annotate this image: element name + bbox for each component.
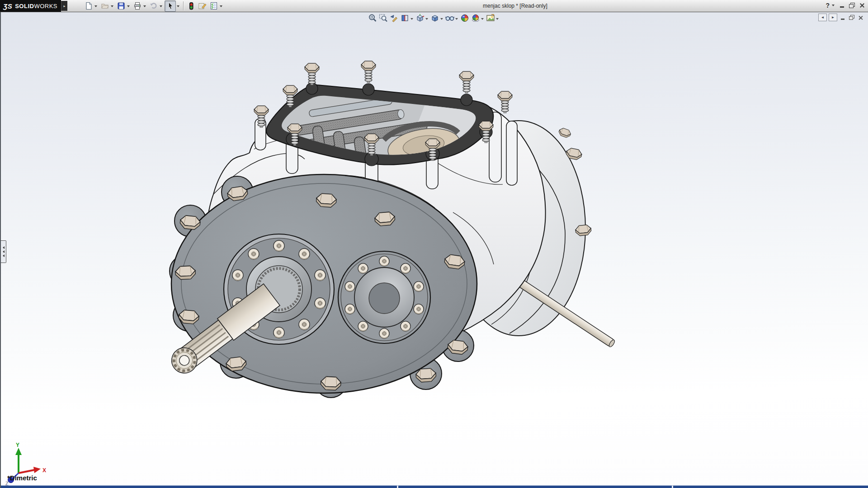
save-floppy-icon	[117, 2, 125, 10]
save-dropdown[interactable]	[127, 5, 130, 9]
help-button[interactable]: ?	[825, 2, 830, 9]
display-style-dropdown[interactable]	[440, 18, 443, 21]
close-icon	[859, 3, 864, 8]
select-tool-button[interactable]	[165, 0, 176, 12]
section-view-dropdown[interactable]	[410, 18, 413, 21]
triad-x-label: X	[42, 467, 46, 474]
previous-view-icon	[390, 14, 399, 23]
pane-expand-right-button[interactable]: ►	[829, 14, 837, 21]
zoom-to-area-button[interactable]	[378, 13, 389, 23]
minimize-button[interactable]	[838, 1, 846, 9]
checklist-dropdown[interactable]	[220, 5, 222, 9]
headsup-view-toolbar	[367, 13, 500, 23]
print-button[interactable]	[132, 1, 142, 11]
undo-button[interactable]	[148, 1, 159, 11]
document-close-button[interactable]	[857, 14, 864, 21]
display-style-cube-icon	[430, 14, 439, 23]
gearbox-3d-model[interactable]	[1, 12, 868, 488]
picture-frame-icon	[486, 14, 495, 23]
zoom-to-fit-icon	[368, 14, 377, 23]
save-button[interactable]	[116, 1, 126, 11]
open-folder-icon	[101, 2, 109, 10]
stoplight-button[interactable]	[186, 1, 196, 11]
solidworks-logo-text-light: WORKS	[34, 3, 57, 9]
select-dropdown[interactable]	[177, 5, 179, 9]
toolbar-expand-tab[interactable]: ▸	[61, 1, 67, 11]
status-bar	[1, 485, 868, 488]
undo-dropdown[interactable]	[160, 5, 162, 9]
hide-show-items-button[interactable]	[444, 13, 455, 23]
view-orientation-label: *Dimetric	[7, 474, 37, 482]
zoom-to-fit-button[interactable]	[367, 13, 378, 23]
hide-show-items-dropdown[interactable]	[455, 18, 458, 21]
view-settings-button[interactable]	[485, 13, 496, 23]
solidworks-window: ƷS SOLIDWORKS ▸	[0, 0, 868, 488]
triad-y-label: Y	[16, 442, 19, 448]
view-orientation-button[interactable]	[415, 13, 425, 23]
housing-bolt[interactable]	[558, 127, 572, 138]
graphics-area[interactable]: ◄ ► Y X Z *Dimetri	[0, 12, 868, 488]
document-restore-button[interactable]	[848, 14, 855, 21]
section-view-button[interactable]	[400, 13, 410, 23]
checklist-button[interactable]	[208, 1, 219, 11]
help-dropdown[interactable]	[832, 5, 835, 8]
solidworks-logo-mark: ƷS	[3, 2, 12, 10]
print-dropdown[interactable]	[143, 5, 146, 9]
view-settings-dropdown[interactable]	[496, 18, 499, 21]
status-separator	[672, 486, 673, 488]
eyeglasses-icon	[445, 14, 455, 23]
collapse-arrow-icon	[1, 254, 5, 257]
zoom-to-area-icon	[379, 14, 388, 23]
section-view-icon	[401, 14, 410, 23]
window-controls: ?	[825, 1, 866, 9]
annotation-pencil-icon	[198, 2, 207, 10]
document-window-controls: ◄ ►	[818, 14, 864, 21]
view-orientation-cube-icon	[415, 14, 425, 23]
new-document-icon	[85, 2, 93, 10]
secondary-bearing-cover[interactable]	[338, 251, 430, 343]
open-dropdown[interactable]	[111, 5, 113, 9]
title-bar: ƷS SOLIDWORKS ▸	[0, 0, 868, 12]
minimize-icon	[840, 6, 844, 8]
close-button[interactable]	[858, 1, 866, 9]
solidworks-logo-text-bold: SOLID	[15, 3, 34, 9]
toolbar-separator	[183, 1, 184, 10]
status-separator	[397, 486, 398, 488]
scene-ball-icon	[471, 14, 480, 23]
previous-view-button[interactable]	[389, 13, 400, 23]
new-document-button[interactable]	[83, 1, 94, 11]
checklist-icon	[210, 2, 218, 10]
solidworks-logo: ƷS SOLIDWORKS	[0, 0, 61, 12]
window-title: menjac sklop * [Read-only]	[483, 3, 547, 9]
color-ball-icon	[460, 14, 469, 23]
annotation-button[interactable]	[197, 1, 208, 11]
new-dropdown[interactable]	[94, 5, 97, 9]
view-orientation-dropdown[interactable]	[425, 18, 428, 21]
collapse-arrow-icon	[1, 250, 5, 253]
restore-button[interactable]	[848, 1, 856, 9]
feature-manager-collapsed-tab[interactable]	[1, 240, 6, 263]
apply-scene-dropdown[interactable]	[481, 18, 484, 21]
apply-scene-button[interactable]	[470, 13, 481, 23]
pane-collapse-left-button[interactable]: ◄	[818, 14, 827, 21]
edit-appearance-button[interactable]	[459, 13, 470, 23]
document-minimize-button[interactable]	[839, 14, 846, 21]
stoplight-icon	[187, 2, 195, 10]
restore-icon	[849, 16, 853, 20]
undo-arrow-icon	[149, 2, 158, 10]
main-toolbar	[83, 0, 224, 12]
close-icon	[859, 15, 863, 20]
display-style-button[interactable]	[429, 13, 440, 23]
collapse-arrow-icon	[1, 246, 5, 249]
restore-icon	[849, 4, 854, 8]
minimize-icon	[841, 19, 844, 20]
print-icon	[133, 2, 142, 10]
select-cursor-icon	[166, 2, 175, 10]
open-button[interactable]	[99, 1, 110, 11]
